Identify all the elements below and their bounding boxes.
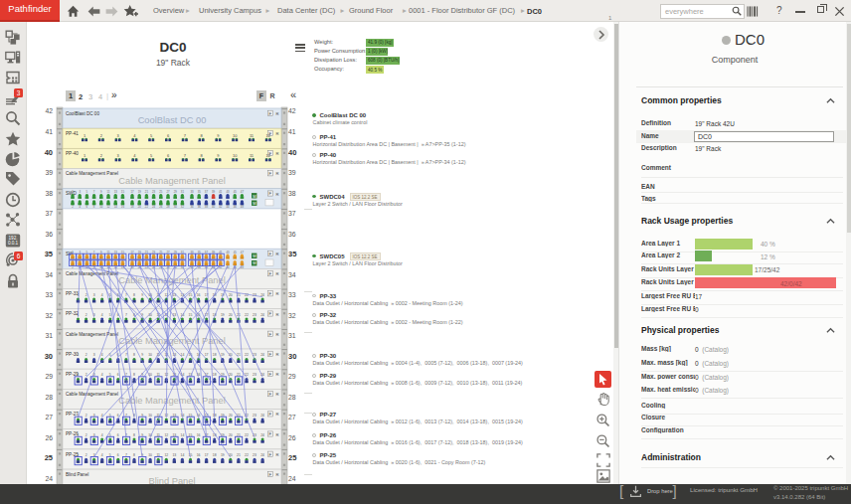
svg-text:R: R xyxy=(276,312,279,317)
svg-text:12: 12 xyxy=(164,453,168,457)
svg-text:34: 34 xyxy=(288,271,296,278)
svg-text:39: 39 xyxy=(212,190,216,194)
svg-text:3: 3 xyxy=(93,433,95,437)
svg-text:27: 27 xyxy=(166,190,170,194)
svg-text:12: 12 xyxy=(106,205,110,209)
svg-text:14: 14 xyxy=(181,453,185,457)
svg-text:6: 6 xyxy=(117,373,119,377)
svg-text:23: 23 xyxy=(253,313,256,317)
svg-text:12: 12 xyxy=(164,373,168,377)
svg-text:Cable Management Panel: Cable Management Panel xyxy=(118,176,226,186)
svg-text:2: 2 xyxy=(85,414,87,418)
svg-text:R: R xyxy=(276,372,279,377)
svg-text:47: 47 xyxy=(241,190,245,194)
svg-text:R: R xyxy=(276,472,279,477)
svg-text:F: F xyxy=(269,171,272,176)
svg-text:9: 9 xyxy=(141,414,143,418)
svg-text:21: 21 xyxy=(237,433,241,437)
svg-text:2: 2 xyxy=(85,433,87,437)
svg-text:19: 19 xyxy=(221,313,225,317)
svg-text:9: 9 xyxy=(141,353,143,357)
svg-text:18: 18 xyxy=(130,205,134,209)
svg-text:32: 32 xyxy=(181,205,185,209)
svg-text:23: 23 xyxy=(253,453,256,457)
svg-text:43: 43 xyxy=(226,190,230,194)
svg-text:29: 29 xyxy=(174,190,178,194)
svg-text:12: 12 xyxy=(164,433,168,437)
svg-text:CoolBlast DC 00: CoolBlast DC 00 xyxy=(66,111,99,116)
svg-text:4: 4 xyxy=(101,373,103,377)
svg-text:19: 19 xyxy=(138,190,142,194)
svg-text:1: 1 xyxy=(78,373,80,377)
svg-text:F: F xyxy=(269,412,272,417)
svg-text:24: 24 xyxy=(288,475,296,482)
svg-text:R: R xyxy=(276,271,279,276)
svg-text:22: 22 xyxy=(245,353,249,357)
svg-text:22: 22 xyxy=(245,433,249,437)
svg-text:M: M xyxy=(253,201,255,206)
svg-text:13: 13 xyxy=(172,453,176,457)
svg-text:3: 3 xyxy=(93,353,95,357)
svg-text:0.0.1: 0.0.1 xyxy=(8,241,19,246)
svg-text:48: 48 xyxy=(241,205,245,209)
svg-text:R: R xyxy=(276,432,279,437)
svg-text:14: 14 xyxy=(114,205,118,209)
svg-text:1: 1 xyxy=(78,453,80,457)
svg-text:22: 22 xyxy=(245,453,249,457)
svg-text:23: 23 xyxy=(152,190,156,194)
svg-text:40: 40 xyxy=(45,148,53,157)
svg-text:5: 5 xyxy=(109,373,111,377)
svg-text:4: 4 xyxy=(101,453,103,457)
svg-text:31: 31 xyxy=(288,332,296,339)
svg-text:14: 14 xyxy=(181,433,185,437)
svg-text:Cable Management Panel: Cable Management Panel xyxy=(66,392,118,397)
svg-text:R: R xyxy=(276,452,279,457)
svg-text:7: 7 xyxy=(125,414,127,418)
svg-text:16: 16 xyxy=(197,433,201,437)
svg-text:42: 42 xyxy=(288,107,296,114)
svg-text:Blind Panel: Blind Panel xyxy=(66,472,88,477)
svg-text:R: R xyxy=(276,332,279,337)
svg-text:R: R xyxy=(276,291,279,296)
svg-text:44: 44 xyxy=(226,205,230,209)
svg-text:15: 15 xyxy=(121,190,125,194)
svg-text:26: 26 xyxy=(45,434,53,441)
svg-text:5: 5 xyxy=(109,433,111,437)
svg-text:10: 10 xyxy=(233,153,238,158)
svg-text:24: 24 xyxy=(260,313,264,317)
svg-text:11: 11 xyxy=(156,373,160,377)
svg-text:R: R xyxy=(276,192,279,197)
svg-text:F: F xyxy=(269,191,272,196)
svg-text:28: 28 xyxy=(166,205,170,209)
svg-text:30: 30 xyxy=(288,352,296,361)
svg-text:F: F xyxy=(269,111,272,116)
svg-text:20: 20 xyxy=(138,205,142,209)
svg-text:24: 24 xyxy=(45,475,53,482)
svg-text:10: 10 xyxy=(148,353,152,357)
svg-text:F: F xyxy=(269,291,272,296)
svg-text:7: 7 xyxy=(125,353,127,357)
svg-text:21: 21 xyxy=(237,453,241,457)
svg-text:22: 22 xyxy=(145,205,149,209)
svg-text:36: 36 xyxy=(45,231,53,238)
svg-text:32: 32 xyxy=(288,312,296,319)
svg-text:24: 24 xyxy=(260,453,264,457)
svg-text:25: 25 xyxy=(159,190,163,194)
svg-text:F: F xyxy=(269,271,272,276)
svg-text:38: 38 xyxy=(45,190,53,197)
svg-text:4: 4 xyxy=(101,433,103,437)
svg-text:35: 35 xyxy=(288,250,296,258)
svg-text:16: 16 xyxy=(121,205,125,209)
svg-text:12: 12 xyxy=(266,153,271,158)
svg-text:4: 4 xyxy=(101,293,103,297)
svg-text:32: 32 xyxy=(45,312,53,319)
svg-text:PP-40: PP-40 xyxy=(66,151,79,156)
svg-text:Cable Management Panel: Cable Management Panel xyxy=(66,332,118,337)
svg-text:39: 39 xyxy=(45,169,53,176)
svg-text:43: 43 xyxy=(226,251,230,254)
svg-text:36: 36 xyxy=(198,205,202,209)
svg-text:13: 13 xyxy=(114,190,118,194)
svg-text:36: 36 xyxy=(288,231,296,238)
svg-text:F: F xyxy=(269,392,272,397)
svg-text:45: 45 xyxy=(234,190,238,194)
